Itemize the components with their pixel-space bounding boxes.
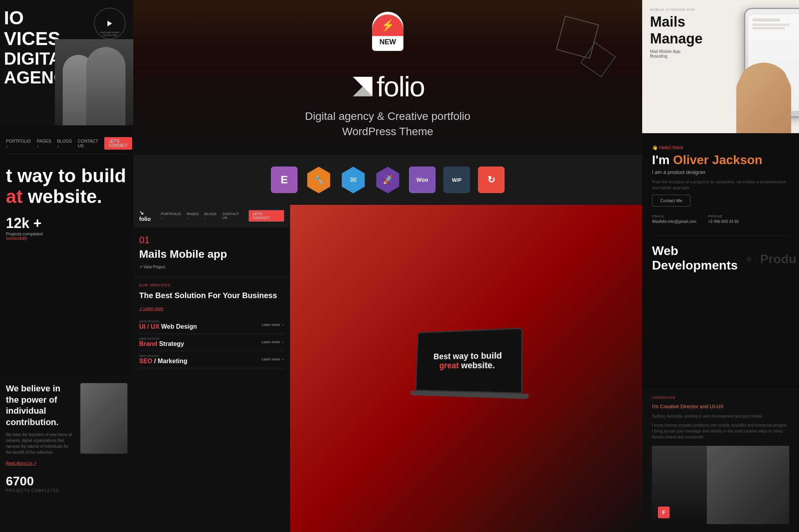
creative-director-text: I'm Creative Director and UI-UX [652, 403, 789, 411]
contact-me-button[interactable]: Contact Me [652, 195, 690, 206]
phone-ui-bar3 [752, 27, 785, 29]
im-text: I'm [652, 153, 670, 167]
figma-icon: F [662, 509, 666, 516]
creative-description: I enjoy turning complex problems into si… [652, 422, 789, 440]
center-panel: ⚡ NEW folio Digital agency & Creative po… [133, 0, 642, 532]
services-learn-more[interactable]: ↗ Learn more [139, 306, 284, 311]
left-bottom-section: We believe in the power of individual co… [0, 375, 133, 532]
plugin-astra: 🚀 [374, 166, 401, 193]
nav-pages[interactable]: PAGES ↓ [36, 139, 51, 148]
folio-logo: folio [165, 71, 611, 103]
plugins-row: E 🔧 ✉ 🚀 Woo W/P ↻ [133, 155, 642, 205]
plugin-wpml: W/P [443, 166, 470, 193]
logo-container: folio [351, 71, 424, 103]
phone-detail: PHONE +2 466 045 24 65 [708, 214, 739, 224]
location-text: Sydney, Australia, working in web develo… [652, 414, 762, 418]
plugin-mailchimp: ✉ [340, 166, 367, 193]
service-item-3: WEB DESIGN SEO / Marketing Learn more → [139, 351, 284, 368]
service-1-category: WEB DESIGN [139, 320, 197, 323]
nav-cta-button[interactable]: LET'S CONTACT [104, 137, 133, 150]
stat-label: Projects completed [6, 232, 127, 236]
plugin-elementor: E [271, 166, 298, 193]
project-number: 01 [139, 235, 284, 246]
person2 [86, 47, 125, 125]
view-project-link[interactable]: ↗ View Project [139, 265, 284, 269]
web-dev-row: Web Developments ✳ Produ [652, 244, 789, 275]
preview-contact-btn[interactable]: LET'S CONTACT [249, 210, 284, 222]
stats-section: 12k + Projects completed successfully [6, 215, 127, 241]
design-tool-icon: F [658, 507, 670, 518]
pnav-pages[interactable]: PAGES ↓ [187, 212, 201, 220]
great-highlight: great [439, 360, 459, 370]
pnav-contact[interactable]: CONTACT US [222, 212, 245, 220]
hero-highlight: at [6, 186, 23, 207]
woo-icon: Woo [416, 177, 428, 183]
hero-line2: at website. [6, 186, 127, 207]
web-dev-title: Web Developments [652, 244, 738, 273]
wpml-icon: W/P [452, 177, 462, 183]
laptop-screen: Best way to build great website. [415, 328, 523, 394]
phone-ui-bar2 [752, 24, 790, 26]
name-heading: I'm Oliver Jackson [652, 152, 789, 167]
service-2-category: WEB DESIGN [139, 337, 184, 340]
preview-nav-links: PORTFOLIO ↓ PAGES ↓ BLOGS ↓ CONTACT US [161, 212, 245, 220]
nav-blogs[interactable]: BLOGS ↓ [57, 139, 72, 148]
elementor-icon: E [281, 174, 288, 186]
left-top-section: IO VICES DIGITAL AGENCY EXPLORE MORE ADV… [0, 0, 133, 125]
main-wrapper: IO VICES DIGITAL AGENCY EXPLORE MORE ADV… [0, 0, 799, 532]
nav-portfolio[interactable]: PORTFOLIO ↓ [6, 139, 31, 148]
bottom-stat-number: 6700 [6, 474, 127, 489]
service-3-title: SEO / Marketing [139, 358, 187, 365]
produ-text: Produ [760, 252, 796, 266]
nav-contact[interactable]: CONTACT US [78, 139, 98, 148]
plugin-wpbakery: 🔧 [305, 166, 332, 193]
preview-left-column: ↘ folio PORTFOLIO ↓ PAGES ↓ BLOGS ↓ CONT… [133, 205, 290, 532]
folio-wordmark: folio [376, 71, 424, 103]
contact-info: EMAIL Waofolio.info@gmail.com PHONE +2 4… [652, 214, 789, 224]
new-label: NEW [380, 36, 396, 48]
right-panel: MOBILE UI DESIGN 2023 Mails Manage Mail … [642, 0, 799, 532]
preview-right-visual: Best way to build great website. [290, 205, 642, 532]
left-panel: IO VICES DIGITAL AGENCY EXPLORE MORE ADV… [0, 0, 133, 532]
creative-title-highlight: Creative Director and UI-UX [660, 404, 724, 409]
phone-ui [748, 14, 799, 34]
plugin-woocommerce: Woo [409, 166, 436, 193]
hero-line1: t way to build [6, 166, 127, 186]
left-middle-section: PORTFOLIO ↓ PAGES ↓ BLOGS ↓ CONTACT US L… [0, 125, 133, 375]
believe-description: We back the founders of new forms of net… [6, 432, 74, 455]
believe-heading: We believe in the power of individual co… [6, 383, 74, 428]
preview-nav: ↘ folio PORTFOLIO ↓ PAGES ↓ BLOGS ↓ CONT… [133, 205, 290, 227]
mail-branding: Branding [650, 54, 667, 58]
lightning-badge: ⚡ NEW [372, 12, 403, 51]
service-1-link[interactable]: Learn more → [261, 323, 284, 327]
read-more-link[interactable]: Read About Us ↗ [6, 461, 36, 465]
center-hero: ⚡ NEW folio Digital agency & Creative po… [133, 0, 642, 155]
subtitle-line1: Digital agency & Creative portfolio [165, 109, 611, 124]
mailchimp-icon: ✉ [350, 175, 357, 185]
play-icon [107, 21, 112, 26]
seo-highlight: SEO [139, 358, 153, 364]
preview-hero: 01 Mails Mobile app ↗ View Project [133, 227, 290, 277]
right-middle-section: 👋 Hello! there I'm Oliver Jackson I am a… [642, 133, 799, 388]
email-detail: EMAIL Waofolio.info@gmail.com [652, 214, 696, 224]
person-image-small [80, 383, 127, 454]
creative-location: Sydney, Australia, working in web develo… [652, 413, 789, 419]
subtitle-line2: WordPress Theme [165, 124, 611, 139]
pnav-portfolio[interactable]: PORTFOLIO ↓ [161, 212, 183, 220]
service-1-info: WEB DESIGN UI / UX Web Design [139, 320, 197, 330]
hero-text: t way to build at website. [6, 166, 127, 207]
pnav-blogs[interactable]: BLOGS ↓ [204, 212, 219, 220]
folio-arrow-icon [351, 75, 374, 98]
lightning-bolt-icon: ⚡ [381, 19, 395, 32]
email-label: EMAIL [652, 214, 696, 218]
service-2-link[interactable]: Learn more → [261, 340, 284, 344]
left-navigation: PORTFOLIO ↓ PAGES ↓ BLOGS ↓ CONTACT US L… [6, 133, 127, 154]
creative-label: ASSOCIATE [652, 396, 789, 400]
web-dev-section: Web Developments ✳ Produ [652, 235, 789, 275]
laptop-text-line2: great website. [433, 360, 502, 370]
service-3-link[interactable]: Learn more → [261, 357, 284, 361]
service-3-info: WEB DESIGN SEO / Marketing [139, 354, 187, 365]
believe-bold: individual contribution. [6, 406, 58, 427]
creative-im: I'm [652, 404, 659, 409]
wpbakery-icon: 🔧 [314, 175, 324, 185]
